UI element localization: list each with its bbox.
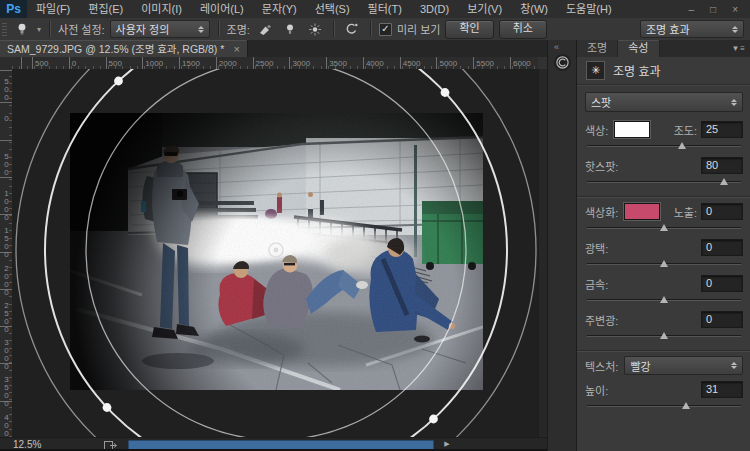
exposure-slider[interactable] <box>587 222 741 233</box>
tool-preset-arrow-icon[interactable]: ▾ <box>37 25 41 34</box>
menu-item[interactable]: 3D(D) <box>411 0 458 18</box>
preset-dropdown[interactable]: 사용자 정의 <box>110 20 210 38</box>
height-row: 높이: 31 <box>585 380 743 399</box>
metallic-slider[interactable] <box>587 294 741 305</box>
menu-item[interactable]: 도움말(H) <box>557 0 621 18</box>
ruler-tick-label: 0 <box>72 59 76 68</box>
close-button[interactable]: × <box>732 4 738 15</box>
ruler-tick-label: 5500 <box>476 59 494 68</box>
slider-thumb[interactable] <box>678 142 686 149</box>
photoshop-window: Ps 파일(F)편집(E)이미지(I)레이어(L)문자(Y)선택(S)필터(T)… <box>0 0 750 451</box>
divider <box>577 350 750 351</box>
ambience-value[interactable]: 0 <box>701 311 743 328</box>
slider-thumb[interactable] <box>660 260 668 267</box>
handle-top-right <box>441 88 450 97</box>
properties-panel: 조명 속성 ▼≡ ✳ 조명 효과 스팟 색상: 조도: 25 핫스팟: <box>576 40 750 451</box>
menu-item[interactable]: 필터(T) <box>359 0 411 18</box>
panel-menu-icon[interactable]: ▼≡ <box>731 40 750 57</box>
slider-thumb[interactable] <box>660 296 668 303</box>
slider-thumb[interactable] <box>682 402 690 409</box>
hotspot-slider[interactable] <box>587 176 741 187</box>
cancel-button[interactable]: 취소 <box>499 20 547 39</box>
slider-thumb[interactable] <box>720 178 728 185</box>
menu-item[interactable]: 보기(V) <box>458 0 511 18</box>
ruler-tick-label: 4000 <box>366 59 384 68</box>
panel-dock: « <box>547 40 577 451</box>
hotspot-value[interactable]: 80 <box>701 157 743 174</box>
minimize-button[interactable]: – <box>689 4 695 15</box>
options-bar-grip[interactable] <box>2 22 7 36</box>
menu-bar: Ps 파일(F)편집(E)이미지(I)레이어(L)문자(Y)선택(S)필터(T)… <box>0 0 750 19</box>
slider-thumb[interactable] <box>660 332 668 339</box>
ruler-tick-label: 2000 <box>2 264 11 296</box>
preset-label: 사전 설정: <box>58 21 105 37</box>
panel-header: ✳ 조명 효과 <box>577 57 750 85</box>
light-bulb-tool-icon[interactable] <box>12 20 32 38</box>
texture-label: 텍스처: <box>585 358 618 374</box>
photoshop-logo: Ps <box>0 0 27 18</box>
menu-item[interactable]: 창(W) <box>511 0 557 18</box>
menu-item[interactable]: 이미지(I) <box>132 0 191 18</box>
point-light-icon[interactable] <box>280 20 300 38</box>
menu-item[interactable]: 문자(Y) <box>253 0 306 18</box>
ambience-label: 주변광: <box>585 312 618 328</box>
texture-dropdown[interactable]: 빨강 <box>624 356 743 375</box>
canvas[interactable] <box>12 69 538 437</box>
color-row: 색상: 조도: 25 <box>585 120 743 139</box>
ruler-tick-label: 1500 <box>2 226 11 258</box>
separator <box>218 21 219 37</box>
menu-item[interactable]: 편집(E) <box>79 0 132 18</box>
intensity-value[interactable]: 25 <box>701 121 743 138</box>
height-value[interactable]: 31 <box>701 381 743 398</box>
color-swatch[interactable] <box>614 121 650 138</box>
exposure-value[interactable]: 0 <box>701 203 743 220</box>
ruler-tick-label: 5000 <box>439 59 457 68</box>
tab-lights[interactable]: 조명 <box>577 40 618 57</box>
lighting-effects-preview[interactable] <box>12 69 538 437</box>
menu-item[interactable]: 파일(F) <box>27 0 79 18</box>
hotspot-row: 핫스팟: 80 <box>585 156 743 175</box>
intensity-slider[interactable] <box>587 140 741 151</box>
menu-item[interactable]: 선택(S) <box>306 0 359 18</box>
handle-top-left <box>114 77 123 86</box>
handle-bottom-right <box>429 415 438 424</box>
ambience-slider[interactable] <box>587 330 741 341</box>
workspace-dropdown[interactable]: 조명 효과 <box>640 20 744 38</box>
ruler-tick-label: 500 <box>2 152 11 176</box>
preset-value: 사용자 정의 <box>116 21 170 37</box>
texture-value: 빨강 <box>630 358 650 374</box>
dock-collapse-icon[interactable]: « <box>554 42 559 52</box>
creative-cloud-icon[interactable] <box>554 54 571 71</box>
ruler-tick-label: 4500 <box>403 59 421 68</box>
light-type-dropdown[interactable]: 스팟 <box>585 92 743 112</box>
maximize-button[interactable]: □ <box>710 4 716 15</box>
gloss-row: 광택: 0 <box>585 238 743 257</box>
updown-arrows-icon <box>198 26 204 33</box>
infinite-light-icon[interactable] <box>305 20 325 38</box>
document-tab[interactable]: SAM_9729.JPG @ 12.5% (조명 효과, RGB/8) * × <box>0 40 248 57</box>
rotate-light-icon[interactable] <box>342 20 362 38</box>
tab-properties[interactable]: 속성 <box>618 40 659 57</box>
spot-light-icon[interactable] <box>255 20 275 38</box>
ruler-tick-label: 3500 <box>329 59 347 68</box>
metallic-value[interactable]: 0 <box>701 275 743 292</box>
gloss-value[interactable]: 0 <box>701 239 743 256</box>
light-type-value: 스팟 <box>591 94 611 110</box>
ok-button[interactable]: 확인 <box>445 20 493 39</box>
colorize-swatch[interactable] <box>624 203 660 220</box>
preview-checkbox[interactable]: ✓ <box>379 23 392 36</box>
texture-row: 텍스처: 빨강 <box>585 356 743 375</box>
height-slider[interactable] <box>587 400 741 411</box>
window-controls: – □ × <box>689 4 750 15</box>
lighting-effects-icon: ✳ <box>586 61 605 80</box>
metallic-label: 금속: <box>585 276 608 292</box>
ruler-tick-label: 1500 <box>182 59 200 68</box>
slider-thumb[interactable] <box>660 224 668 231</box>
ruler-tick-label: 6000 <box>513 59 531 68</box>
menu-items: 파일(F)편집(E)이미지(I)레이어(L)문자(Y)선택(S)필터(T)3D(… <box>27 0 621 18</box>
tab-close-icon[interactable]: × <box>233 43 239 55</box>
scroll-right-arrow[interactable]: ▶ <box>440 439 454 449</box>
colorize-label: 색상화: <box>585 204 618 220</box>
menu-item[interactable]: 레이어(L) <box>191 0 253 18</box>
gloss-slider[interactable] <box>587 258 741 269</box>
